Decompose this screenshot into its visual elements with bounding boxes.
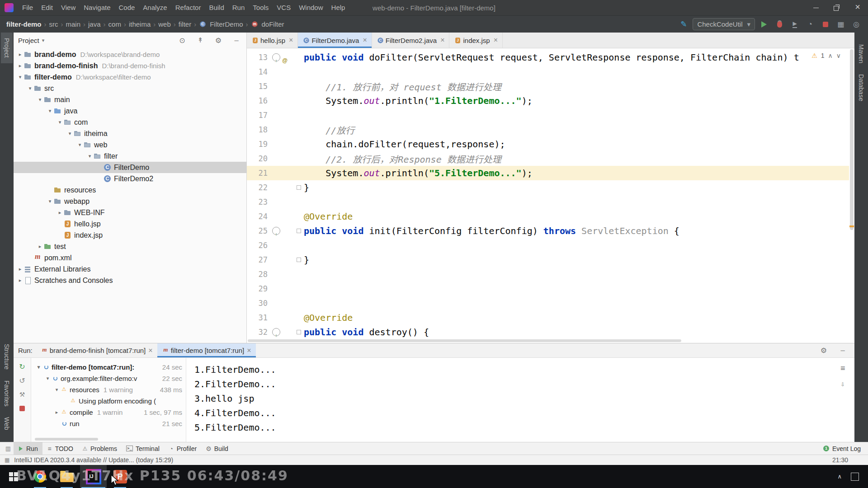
soft-wrap-icon[interactable] bbox=[837, 362, 848, 373]
breadcrumb-filter[interactable]: filter bbox=[177, 19, 193, 29]
fold-marker-icon[interactable] bbox=[294, 229, 304, 233]
breadcrumb-web[interactable]: web bbox=[156, 19, 173, 29]
taskbar-intellij-idea[interactable] bbox=[80, 465, 107, 488]
breadcrumb-main[interactable]: main bbox=[64, 19, 83, 29]
taskbar-chrome[interactable] bbox=[27, 465, 53, 488]
tree-item-index-jsp[interactable]: index.jsp bbox=[14, 230, 246, 241]
tree-item-webapp[interactable]: ▾webapp bbox=[14, 196, 246, 207]
tool-strip-project[interactable]: Project bbox=[1, 33, 13, 63]
menu-item-build[interactable]: Build bbox=[205, 0, 228, 15]
close-icon[interactable]: × bbox=[494, 36, 498, 44]
breadcrumb-java[interactable]: java bbox=[86, 19, 103, 29]
run-tab-filter-demo-tomcat7-run[interactable]: filter-demo [tomcat7:run]× bbox=[157, 343, 256, 357]
tree-item-resources[interactable]: resources bbox=[14, 184, 246, 196]
chevron-right-icon[interactable]: ▸ bbox=[16, 52, 24, 57]
tray-chevron-icon[interactable] bbox=[837, 473, 842, 480]
tool-strip-database[interactable]: Database bbox=[855, 69, 867, 107]
gutter-icons[interactable] bbox=[269, 328, 294, 336]
tree-item-scratches-and-consoles[interactable]: ▸Scratches and Consoles bbox=[14, 275, 246, 286]
override-icon[interactable] bbox=[272, 53, 280, 61]
run-tab-brand-demo-finish-tomcat7-run[interactable]: brand-demo-finish [tomcat7:run]× bbox=[36, 343, 157, 357]
menu-item-refactor[interactable]: Refactor bbox=[171, 0, 205, 15]
gutter-icons[interactable] bbox=[269, 53, 294, 61]
code-area[interactable]: 13public void doFilter(ServletRequest re… bbox=[247, 48, 849, 338]
line-number[interactable]: 25 bbox=[247, 226, 269, 235]
chevron-down-icon[interactable]: ▾ bbox=[76, 142, 84, 148]
taskbar-start[interactable] bbox=[0, 465, 27, 488]
tool-strip-structure[interactable]: Structure bbox=[1, 338, 13, 375]
tree-item-filter-demo[interactable]: ▾filter-demoD:\workspace\filter-demo bbox=[14, 71, 246, 83]
breadcrumb-itheima[interactable]: itheima bbox=[127, 19, 152, 29]
hide-panel-icon[interactable] bbox=[231, 35, 242, 46]
override-icon[interactable] bbox=[272, 227, 280, 235]
run-tree-item-filter-demo-tomcat7-run[interactable]: ▾filter-demo [tomcat7:run]:24 sec bbox=[31, 361, 186, 373]
line-number[interactable]: 15 bbox=[247, 82, 269, 91]
tool-window-switcher-icon[interactable]: ▥ bbox=[3, 445, 14, 452]
chevron-down-icon[interactable]: ▾ bbox=[44, 375, 52, 381]
tab-hello-jsp[interactable]: hello.jsp× bbox=[247, 33, 298, 48]
settings-icon[interactable] bbox=[213, 35, 224, 46]
status-message[interactable]: IntelliJ IDEA 2020.3.4 available // Upda… bbox=[14, 456, 173, 464]
line-number[interactable]: 30 bbox=[247, 299, 269, 308]
debug-icon[interactable] bbox=[774, 19, 785, 30]
project-panel-title[interactable]: Project bbox=[18, 37, 39, 44]
tray-ime-icon[interactable] bbox=[851, 473, 859, 481]
chevron-right-icon[interactable]: ▸ bbox=[16, 63, 24, 69]
breadcrumb-filter-demo[interactable]: filter-demo bbox=[5, 19, 43, 29]
line-number[interactable]: 22 bbox=[247, 183, 269, 192]
tab-index-jsp[interactable]: index.jsp× bbox=[449, 33, 503, 48]
line-number[interactable]: 14 bbox=[247, 67, 269, 76]
fold-marker-icon[interactable] bbox=[294, 258, 304, 262]
line-number[interactable]: 16 bbox=[247, 96, 269, 105]
hide-panel-icon[interactable] bbox=[837, 345, 848, 356]
scrollbar-thumb[interactable] bbox=[850, 49, 854, 230]
menu-item-code[interactable]: Code bbox=[114, 0, 139, 15]
chevron-right-icon[interactable]: ▸ bbox=[56, 210, 64, 216]
tool-window-run[interactable]: Run bbox=[14, 442, 42, 455]
tree-item-external-libraries[interactable]: ▸External Libraries bbox=[14, 263, 246, 275]
build-settings-icon[interactable] bbox=[18, 390, 26, 399]
chevron-right-icon[interactable]: ▸ bbox=[16, 277, 24, 283]
tree-item-hello-jsp[interactable]: hello.jsp bbox=[14, 218, 246, 230]
line-number[interactable]: 20 bbox=[247, 154, 269, 163]
tool-window-build[interactable]: Build bbox=[201, 442, 233, 455]
line-number[interactable]: 23 bbox=[247, 197, 269, 206]
breadcrumb-dofilter[interactable]: doFilter bbox=[249, 19, 286, 29]
chevron-down-icon[interactable]: ▾ bbox=[53, 387, 61, 393]
profiler-icon[interactable] bbox=[805, 19, 816, 30]
chevron-right-icon[interactable]: ▸ bbox=[36, 244, 44, 249]
chevron-down-icon[interactable]: ▾ bbox=[16, 74, 24, 80]
tree-item-filterdemo2[interactable]: FilterDemo2 bbox=[14, 173, 246, 184]
line-number[interactable]: 31 bbox=[247, 313, 269, 322]
stop-run-icon[interactable] bbox=[18, 404, 26, 413]
menu-item-vcs[interactable]: VCS bbox=[273, 0, 295, 15]
gutter-icons[interactable] bbox=[269, 227, 294, 235]
menu-item-window[interactable]: Window bbox=[295, 0, 327, 15]
close-icon[interactable]: × bbox=[363, 36, 367, 44]
run-config-select[interactable]: CheckCodeUtil bbox=[693, 18, 755, 30]
tree-item-main[interactable]: ▾main bbox=[14, 94, 246, 105]
chevron-down-icon[interactable]: ▾ bbox=[46, 108, 54, 114]
taskbar-file-explorer[interactable] bbox=[53, 465, 80, 488]
menu-item-navigate[interactable]: Navigate bbox=[80, 0, 114, 15]
tree-item-web[interactable]: ▾web bbox=[14, 139, 246, 150]
tool-strip-web[interactable]: Web bbox=[1, 412, 13, 436]
chevron-down-icon[interactable]: ▾ bbox=[86, 153, 94, 159]
line-number[interactable]: 24 bbox=[247, 212, 269, 221]
menu-item-analyze[interactable]: Analyze bbox=[139, 0, 171, 15]
tool-window-profiler[interactable]: Profiler bbox=[164, 442, 201, 455]
editor[interactable]: 13public void doFilter(ServletRequest re… bbox=[247, 48, 854, 343]
line-number[interactable]: 19 bbox=[247, 140, 269, 149]
rerun-icon[interactable] bbox=[18, 362, 26, 371]
edit-config-icon[interactable] bbox=[678, 19, 689, 30]
status-bar-icon[interactable]: ▦ bbox=[5, 457, 9, 463]
tree-item-test[interactable]: ▸test bbox=[14, 241, 246, 252]
tool-window-problems[interactable]: Problems bbox=[78, 442, 122, 455]
settings-icon[interactable] bbox=[818, 345, 829, 356]
line-number[interactable]: 28 bbox=[247, 270, 269, 279]
rerun-failed-icon[interactable] bbox=[18, 376, 26, 385]
menu-item-run[interactable]: Run bbox=[228, 0, 249, 15]
fold-marker-icon[interactable] bbox=[294, 330, 304, 334]
tree-item-itheima[interactable]: ▾itheima bbox=[14, 128, 246, 139]
close-icon[interactable]: × bbox=[148, 347, 152, 355]
